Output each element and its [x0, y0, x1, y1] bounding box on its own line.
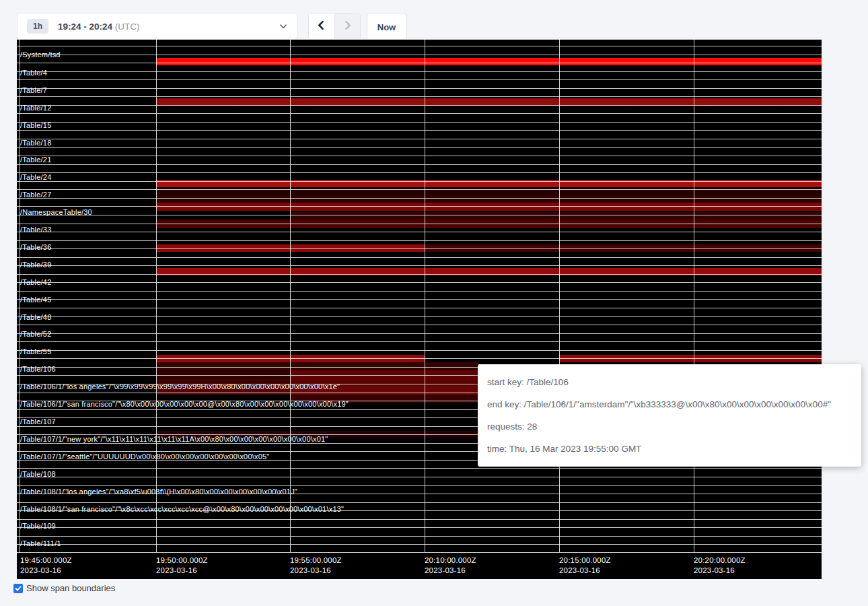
span-tooltip: start key: /Table/106 end key: /Table/10… [478, 364, 861, 467]
check-icon [15, 585, 22, 592]
x-axis-tick: 19:45:00.000Z2023-03-16 [20, 556, 72, 576]
row-label: /Table/108/1/"los angeles"/"\xa8\xf5\u00… [20, 487, 297, 496]
x-tick-date: 2023-03-16 [425, 566, 476, 576]
prev-time-button[interactable] [309, 13, 335, 39]
x-tick-date: 2023-03-16 [694, 566, 746, 576]
heatmap-bottom-boundary [17, 552, 822, 553]
time-gridline [694, 39, 694, 552]
row-label: /Table/48 [20, 313, 51, 321]
heatmap-top-boundary [17, 39, 822, 40]
timezone-text: (UTC) [115, 22, 140, 32]
x-tick-time: 19:45:00.000Z [20, 556, 72, 566]
heatmap-band [156, 195, 822, 203]
heatmap-band [559, 355, 822, 362]
row-label: /Table/27 [20, 191, 51, 199]
time-nav-group [308, 13, 361, 40]
heatmap-band [156, 203, 822, 211]
time-range-text: 19:24 - 20:24 (UTC) [58, 22, 140, 32]
time-range-selector[interactable]: 1h 19:24 - 20:24 (UTC) [17, 13, 297, 40]
tooltip-requests: requests: 28 [487, 422, 852, 432]
row-label: /Table/107/1/"new york"/"\x11\x11\x11\x1… [20, 435, 328, 443]
x-axis-tick: 19:55:00.000Z2023-03-16 [290, 556, 342, 576]
key-visualizer-heatmap[interactable]: /System/tsd/Table/4/Table/7/Table/12/Tab… [17, 39, 822, 579]
x-axis-tick: 20:20:00.000Z2023-03-16 [694, 556, 746, 576]
heatmap-band [290, 370, 478, 378]
row-label: /System/tsd [20, 50, 61, 59]
row-label: /Table/107 [20, 417, 56, 426]
row-label: /Table/108 [20, 470, 56, 478]
x-tick-date: 2023-03-16 [20, 566, 72, 576]
time-gridline [425, 39, 425, 552]
x-axis-tick: 20:10:00.000Z2023-03-16 [425, 556, 476, 576]
heatmap-band [156, 188, 822, 195]
heatmap-band [156, 268, 822, 275]
row-label: /Table/106 [20, 365, 56, 373]
row-label: /Table/33 [20, 226, 51, 234]
row-label: /Table/108/1/"san francisco"/"\x8c\xcc\x… [20, 505, 344, 513]
row-label: /Table/39 [20, 261, 51, 269]
chevron-left-icon [316, 20, 326, 33]
x-axis-tick: 19:50:00.000Z2023-03-16 [156, 556, 208, 576]
now-button[interactable]: Now [367, 13, 406, 41]
tooltip-start-key: start key: /Table/106 [487, 377, 852, 387]
row-label: /Table/42 [20, 278, 51, 286]
row-label: /Table/4 [20, 69, 47, 77]
row-label: /Table/15 [20, 121, 51, 129]
duration-badge: 1h [27, 19, 48, 34]
show-span-boundaries-checkbox[interactable] [13, 584, 23, 593]
x-tick-date: 2023-03-16 [559, 566, 611, 576]
key-visualizer-page: { "toolbar": { "duration_badge": "1h", "… [0, 0, 868, 606]
heatmap-band [290, 212, 822, 220]
row-label: /Table/45 [20, 296, 51, 304]
heatmap-band [156, 370, 290, 378]
x-axis-tick: 20:15:00.000Z2023-03-16 [559, 556, 611, 576]
heatmap-band [156, 220, 822, 228]
x-tick-time: 20:20:00.000Z [694, 556, 746, 566]
row-label: /Table/55 [20, 347, 51, 356]
row-label: /Table/36 [20, 243, 51, 251]
x-tick-date: 2023-03-16 [290, 566, 342, 576]
x-tick-time: 20:15:00.000Z [559, 556, 611, 566]
tooltip-time: time: Thu, 16 Mar 2023 19:55:00 GMT [487, 444, 852, 454]
row-label: /NamespaceTable/30 [20, 208, 92, 216]
row-label: /Table/18 [20, 139, 51, 147]
row-label: /Table/7 [20, 86, 47, 94]
x-tick-time: 19:50:00.000Z [156, 556, 208, 566]
row-label: /Table/12 [20, 104, 51, 112]
row-label: /Table/106/1/"san francisco"/"\x80\x00\x… [20, 400, 349, 408]
show-span-boundaries-control[interactable]: Show span boundaries [13, 583, 115, 593]
chevron-down-icon [279, 22, 287, 30]
time-gridline [290, 39, 291, 552]
row-label: /Table/21 [20, 156, 51, 164]
chevron-right-icon [342, 20, 353, 33]
row-label: /Table/106/1/"los angeles"/"\x99\x99\x99… [20, 382, 340, 391]
row-label: /Table/111/1 [20, 539, 61, 547]
time-gridline [156, 39, 157, 552]
show-span-boundaries-label: Show span boundaries [26, 583, 115, 593]
x-tick-date: 2023-03-16 [156, 566, 208, 576]
heatmap-band [425, 244, 822, 252]
heatmap-band [156, 362, 478, 370]
heatmap-band [156, 98, 822, 106]
x-tick-time: 19:55:00.000Z [290, 556, 342, 566]
x-tick-time: 20:10:00.000Z [425, 556, 476, 566]
span-boundary-lines [17, 46, 822, 553]
row-label: /Table/24 [20, 173, 51, 181]
next-time-button[interactable] [335, 13, 361, 39]
time-gridline [559, 39, 560, 552]
tooltip-end-key: end key: /Table/106/1/"amsterdam"/"\xb33… [487, 399, 852, 409]
row-label: /Table/52 [20, 330, 51, 338]
heatmap-band [156, 58, 822, 65]
row-label: /Table/107/1/"seattle"/"UUUUUUD\x00\x80\… [20, 452, 269, 461]
row-label: /Table/109 [20, 522, 56, 530]
heatmap-band [156, 180, 822, 187]
